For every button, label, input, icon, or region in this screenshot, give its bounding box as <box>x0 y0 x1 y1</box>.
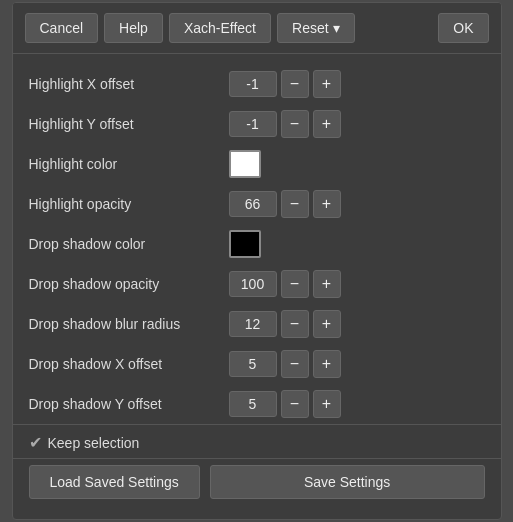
label-highlight-y-offset: Highlight Y offset <box>29 116 229 132</box>
label-drop-shadow-opacity: Drop shadow opacity <box>29 276 229 292</box>
label-drop-shadow-blur: Drop shadow blur radius <box>29 316 229 332</box>
label-highlight-opacity: Highlight opacity <box>29 196 229 212</box>
row-drop-shadow-x: Drop shadow X offset 5 − + <box>29 344 485 384</box>
help-button[interactable]: Help <box>104 13 163 43</box>
value-highlight-y-offset: -1 <box>229 111 277 137</box>
value-highlight-x-offset: -1 <box>229 71 277 97</box>
label-highlight-x-offset: Highlight X offset <box>29 76 229 92</box>
cancel-button[interactable]: Cancel <box>25 13 99 43</box>
save-settings-button[interactable]: Save Settings <box>210 465 485 499</box>
controls-highlight-x-offset: -1 − + <box>229 70 341 98</box>
row-highlight-color: Highlight color <box>29 144 485 184</box>
minus-drop-shadow-opacity[interactable]: − <box>281 270 309 298</box>
value-drop-shadow-blur: 12 <box>229 311 277 337</box>
checkmark-icon: ✔ <box>29 433 42 452</box>
plus-highlight-x-offset[interactable]: + <box>313 70 341 98</box>
ok-button[interactable]: OK <box>438 13 488 43</box>
minus-highlight-y-offset[interactable]: − <box>281 110 309 138</box>
keep-selection-label: Keep selection <box>48 435 140 451</box>
controls-drop-shadow-y: 5 − + <box>229 390 341 418</box>
footer: Load Saved Settings Save Settings <box>29 459 485 509</box>
value-drop-shadow-x: 5 <box>229 351 277 377</box>
plus-drop-shadow-x[interactable]: + <box>313 350 341 378</box>
row-drop-shadow-color: Drop shadow color <box>29 224 485 264</box>
chevron-down-icon: ▾ <box>333 20 340 36</box>
minus-drop-shadow-y[interactable]: − <box>281 390 309 418</box>
reset-button[interactable]: Reset ▾ <box>277 13 355 43</box>
minus-highlight-x-offset[interactable]: − <box>281 70 309 98</box>
row-highlight-x-offset: Highlight X offset -1 − + <box>29 64 485 104</box>
plus-drop-shadow-y[interactable]: + <box>313 390 341 418</box>
controls-drop-shadow-color <box>229 230 261 258</box>
keep-selection-row: ✔ Keep selection <box>29 425 485 458</box>
value-drop-shadow-y: 5 <box>229 391 277 417</box>
plus-highlight-y-offset[interactable]: + <box>313 110 341 138</box>
row-drop-shadow-opacity: Drop shadow opacity 100 − + <box>29 264 485 304</box>
value-highlight-opacity: 66 <box>229 191 277 217</box>
toolbar: Cancel Help Xach-Effect Reset ▾ OK <box>13 3 501 54</box>
reset-label: Reset <box>292 20 329 36</box>
row-highlight-y-offset: Highlight Y offset -1 − + <box>29 104 485 144</box>
content: Highlight X offset -1 − + Highlight Y of… <box>13 54 501 519</box>
row-drop-shadow-blur: Drop shadow blur radius 12 − + <box>29 304 485 344</box>
plus-highlight-opacity[interactable]: + <box>313 190 341 218</box>
plus-drop-shadow-opacity[interactable]: + <box>313 270 341 298</box>
controls-highlight-opacity: 66 − + <box>229 190 341 218</box>
minus-drop-shadow-x[interactable]: − <box>281 350 309 378</box>
controls-drop-shadow-opacity: 100 − + <box>229 270 341 298</box>
label-drop-shadow-y: Drop shadow Y offset <box>29 396 229 412</box>
controls-drop-shadow-blur: 12 − + <box>229 310 341 338</box>
swatch-highlight-color[interactable] <box>229 150 261 178</box>
controls-highlight-y-offset: -1 − + <box>229 110 341 138</box>
load-saved-settings-button[interactable]: Load Saved Settings <box>29 465 200 499</box>
swatch-drop-shadow-color[interactable] <box>229 230 261 258</box>
row-highlight-opacity: Highlight opacity 66 − + <box>29 184 485 224</box>
row-drop-shadow-y: Drop shadow Y offset 5 − + <box>29 384 485 424</box>
label-drop-shadow-x: Drop shadow X offset <box>29 356 229 372</box>
xach-effect-button[interactable]: Xach-Effect <box>169 13 271 43</box>
controls-drop-shadow-x: 5 − + <box>229 350 341 378</box>
controls-highlight-color <box>229 150 261 178</box>
plus-drop-shadow-blur[interactable]: + <box>313 310 341 338</box>
minus-drop-shadow-blur[interactable]: − <box>281 310 309 338</box>
value-drop-shadow-opacity: 100 <box>229 271 277 297</box>
label-highlight-color: Highlight color <box>29 156 229 172</box>
label-drop-shadow-color: Drop shadow color <box>29 236 229 252</box>
minus-highlight-opacity[interactable]: − <box>281 190 309 218</box>
dialog: Cancel Help Xach-Effect Reset ▾ OK Highl… <box>12 2 502 520</box>
